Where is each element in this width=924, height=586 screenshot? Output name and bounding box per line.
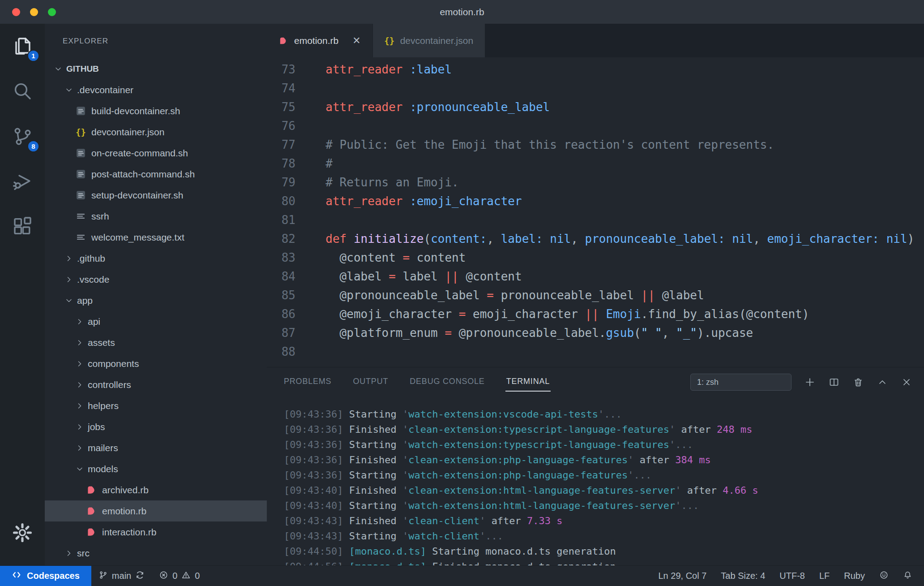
tree-item-controllers[interactable]: controllers [45,374,267,395]
terminal-shell-select[interactable]: 1: zsh [690,374,791,391]
code-text [295,79,312,98]
terminal-output[interactable]: [09:43:36] Starting 'watch-extension:vsc… [267,397,924,574]
tab-devcontainer-json[interactable]: {} devcontainer.json [373,24,485,57]
code-line-88[interactable]: 88 [267,342,924,361]
code-line-82[interactable]: 82 def initialize(content:, label: nil, … [267,229,924,248]
code-line-79[interactable]: 79 # Returns an Emoji. [267,173,924,192]
kill-terminal-button[interactable] [852,376,864,388]
tree-item-app[interactable]: app [45,290,267,311]
close-tab-icon[interactable]: ✕ [352,35,360,47]
tree-item-jobs[interactable]: jobs [45,416,267,437]
warning-count: 0 [195,571,200,581]
activity-extensions[interactable] [0,205,45,250]
tree-item-welcome-message-txt[interactable]: welcome_message.txt [45,227,267,248]
feedback-smiley-button[interactable] [872,566,896,586]
explorer-header: EXPLORER [45,24,267,58]
new-terminal-button[interactable] [804,376,816,388]
code-line-84[interactable]: 84 @label = label || @content [267,267,924,286]
code-line-75[interactable]: 75 attr_reader :pronounceable_label [267,98,924,116]
tree-item-label: api [88,316,100,327]
title-bar: emotion.rb [0,0,924,24]
panel-tab-output[interactable]: OUTPUT [352,367,389,397]
terminal-line: [09:43:43] Finished 'clean-client' after… [284,513,924,529]
code-line-78[interactable]: 78 # [267,154,924,173]
tree-item-github[interactable]: GITHUB [45,58,267,79]
code-line-86[interactable]: 86 @emoji_character = emoji_character ||… [267,305,924,323]
code-line-81[interactable]: 81 [267,211,924,229]
sh-file-icon [75,190,86,201]
tree-item-mailers[interactable]: mailers [45,437,267,458]
tree-item-interaction-rb[interactable]: interaction.rb [45,521,267,543]
code-line-73[interactable]: 73 attr_reader :label [267,60,924,79]
notifications-bell-button[interactable] [896,566,920,586]
tree-item-emotion-rb[interactable]: emotion.rb [45,500,267,521]
panel-tab-problems[interactable]: PROBLEMS [283,367,332,397]
tree-item-archived-rb[interactable]: archived.rb [45,479,267,500]
tree-item-label: jobs [88,422,105,432]
tree-item-components[interactable]: components [45,353,267,374]
tree-item-assets[interactable]: assets [45,332,267,353]
tree-item-ssrh[interactable]: ssrh [45,206,267,227]
activity-search[interactable] [0,69,45,114]
line-number: 88 [267,342,295,361]
tree-item--github[interactable]: .github [45,248,267,269]
error-count: 0 [172,571,177,581]
settings-button[interactable] [0,513,45,554]
eol-indicator[interactable]: LF [812,566,837,586]
code-line-76[interactable]: 76 [267,116,924,135]
minimize-window-button[interactable] [30,8,38,16]
tree-item-on-create-command-sh[interactable]: on-create-command.sh [45,142,267,164]
code-line-74[interactable]: 74 [267,79,924,98]
tree-item-devcontainer-json[interactable]: {}devcontainer.json [45,121,267,142]
code-line-87[interactable]: 87 @platform_enum = @pronounceable_label… [267,323,924,342]
tree-item-label: on-create-command.sh [91,148,188,159]
branch-icon [98,570,108,582]
panel-tab-bar: PROBLEMSOUTPUTDEBUG CONSOLETERMINAL 1: z… [267,367,924,397]
close-window-button[interactable] [12,8,20,16]
tree-item-src[interactable]: src [45,543,267,564]
tab-size-indicator[interactable]: Tab Size: 4 [714,566,772,586]
code-line-80[interactable]: 80 attr_reader :emoji_character [267,192,924,211]
code-editor[interactable]: 73 attr_reader :label7475 attr_reader :p… [267,57,924,367]
terminal-line: [09:43:36] Starting 'watch-extension:typ… [284,437,924,452]
editor-group: emotion.rb ✕ {} devcontainer.json 73 att… [267,24,924,565]
terminal-line: [09:43:40] Finished 'clean-extension:htm… [284,483,924,498]
code-text: @label = label || @content [295,267,522,286]
cursor-position[interactable]: Ln 29, Col 7 [651,566,714,586]
codespaces-remote-button[interactable]: Codespaces [0,566,91,586]
code-line-85[interactable]: 85 @pronounceable_label = pronounceable_… [267,286,924,305]
tab-emotion-rb[interactable]: emotion.rb ✕ [267,24,373,57]
branch-button[interactable]: main [91,566,152,586]
tree-item-setup-devcontainer-sh[interactable]: setup-devcontainer.sh [45,185,267,206]
code-line-83[interactable]: 83 @content = content [267,248,924,267]
panel-tab-terminal[interactable]: TERMINAL [505,367,551,397]
tree-item--vscode[interactable]: .vscode [45,269,267,290]
problems-status[interactable]: 0 0 [152,566,207,586]
close-panel-button[interactable] [901,376,912,388]
activity-run-debug[interactable] [0,159,45,205]
maximize-panel-button[interactable] [877,376,888,388]
activity-explorer[interactable]: 1 [0,24,45,69]
split-terminal-button[interactable] [828,376,840,388]
tree-item-label: app [77,295,93,306]
chevron-down-icon [64,86,77,95]
tree-item-label: welcome_message.txt [91,232,184,243]
code-line-77[interactable]: 77 # Public: Get the Emoji that this rea… [267,135,924,154]
language-indicator[interactable]: Ruby [837,566,872,586]
tree-item-helpers[interactable]: helpers [45,395,267,416]
tree-item-models[interactable]: models [45,458,267,479]
activity-source-control[interactable]: 8 [0,114,45,159]
tree-item-api[interactable]: api [45,311,267,332]
tree-item--devcontainer[interactable]: .devcontainer [45,79,267,100]
encoding-indicator[interactable]: UTF-8 [772,566,812,586]
tab-label: emotion.rb [294,35,338,46]
panel-tab-debug-console[interactable]: DEBUG CONSOLE [409,367,485,397]
tree-item-post-attach-command-sh[interactable]: post-attach-command.sh [45,164,267,185]
tree-item-label: .github [77,253,105,264]
tree-item-build-devcontainer-sh[interactable]: build-devcontainer.sh [45,100,267,121]
sync-icon [135,570,145,582]
zoom-window-button[interactable] [48,8,56,16]
chevron-right-icon [75,359,88,368]
code-text: @platform_enum = @pronounceable_label.gs… [295,323,753,342]
sh-file-icon [75,105,86,116]
